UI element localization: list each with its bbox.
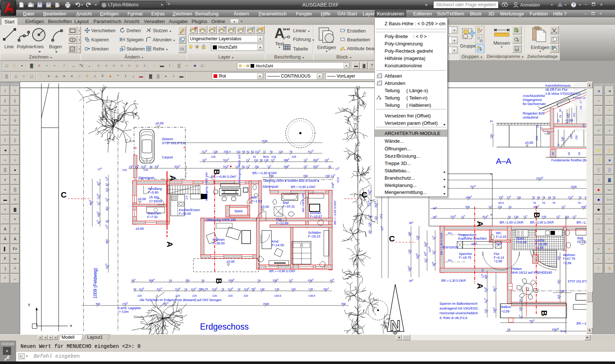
svg-text:365: 365: [131, 278, 135, 282]
svg-text:585: 585: [251, 287, 255, 291]
svg-text:126: 126: [105, 177, 108, 181]
svg-text:475: 475: [542, 215, 547, 218]
svg-text:3385: 3385: [273, 278, 278, 282]
svg-text:2m: 2m: [448, 232, 452, 235]
svg-text:220: 220: [144, 168, 148, 172]
svg-text:d. Rohr d=46,3*2,6: d. Rohr d=46,3*2,6: [440, 316, 467, 320]
svg-text:220: 220: [175, 294, 180, 297]
svg-text:4965: 4965: [89, 200, 92, 206]
svg-text:BR.=~0,90 ü.OKF: BR.=~0,90 ü.OKF: [291, 185, 316, 189]
svg-text:17,93/28: 17,93/28: [149, 199, 162, 203]
svg-text:245: 245: [129, 165, 133, 168]
svg-text:635: 635: [155, 165, 159, 168]
svg-text:30: 30: [105, 220, 108, 223]
svg-text:Fundamente frostfrei (Best: Fundamente frostfrei (Best: [551, 158, 586, 162]
svg-text:76: 76: [542, 201, 545, 204]
svg-text:400: 400: [105, 239, 108, 244]
svg-text:76: 76: [532, 196, 535, 199]
svg-text:Abfangung >HEB 180: Abfangung >HEB 180: [205, 218, 236, 222]
svg-text:30: 30: [328, 165, 331, 168]
svg-text:1135: 1135: [138, 287, 144, 291]
svg-text:1865: 1865: [407, 266, 411, 272]
svg-text:113: 113: [562, 205, 566, 209]
svg-text:7675: 7675: [470, 185, 476, 188]
svg-text:49: 49: [537, 196, 540, 199]
svg-text:BR.=-1,30 0.OKR: BR.=-1,30 0.OKR: [441, 279, 466, 282]
svg-text:30: 30: [105, 183, 108, 186]
svg-text:220: 220: [137, 294, 142, 297]
svg-text:400: 400: [303, 174, 308, 177]
svg-text:F=10.2: F=10.2: [577, 240, 586, 244]
svg-text:113: 113: [289, 278, 293, 282]
svg-text:F=1.53: F=1.53: [252, 199, 262, 203]
svg-text:24: 24: [258, 279, 260, 282]
svg-text:30: 30: [242, 165, 245, 168]
svg-text:1825: 1825: [323, 287, 329, 291]
svg-text:4389: 4389: [581, 205, 586, 209]
svg-text:24: 24: [481, 269, 484, 272]
svg-text:n.amtl. Lageplan: n.amtl. Lageplan: [118, 306, 141, 310]
svg-text:Kochen/Essen: Kochen/Essen: [179, 208, 200, 212]
svg-text:24: 24: [508, 205, 511, 209]
svg-text:n: n: [379, 97, 381, 101]
svg-text:635: 635: [499, 195, 503, 199]
svg-text:220: 220: [122, 168, 127, 172]
svg-text:3115: 3115: [156, 287, 162, 291]
svg-text:76: 76: [552, 201, 555, 204]
svg-text:425: 425: [202, 158, 206, 162]
svg-text:ST37 101,6*3,6: ST37 101,6*3,6: [162, 141, 185, 145]
svg-text:2,0: 2,0: [185, 196, 188, 199]
svg-text:F=14.00: F=14.00: [272, 243, 284, 247]
svg-text:2m: 2m: [448, 259, 452, 262]
svg-text:B: B: [212, 169, 221, 175]
svg-text:A: A: [168, 175, 177, 181]
svg-text:500: 500: [341, 302, 346, 305]
svg-text:129: 129: [331, 174, 335, 177]
svg-text:425: 425: [96, 220, 100, 224]
svg-text:Carport: Carport: [162, 155, 173, 159]
svg-text:±0,00: ±0,00: [138, 197, 146, 201]
svg-text:30: 30: [201, 279, 204, 282]
svg-text:76: 76: [289, 150, 292, 153]
svg-text:F=6.14: F=6.14: [494, 256, 504, 259]
svg-text:Kind: Kind: [272, 240, 278, 243]
svg-text:126: 126: [211, 155, 216, 158]
svg-text:30: 30: [149, 165, 152, 168]
svg-text:4175: 4175: [308, 150, 314, 153]
svg-text:138.5: 138.5: [274, 294, 281, 297]
svg-text:WC: WC: [252, 196, 257, 199]
svg-text:umlaufend: umlaufend: [523, 116, 538, 119]
svg-text:15 Stg.: 15 Stg.: [149, 195, 160, 199]
svg-text:74: 74: [184, 288, 187, 291]
svg-text:1435: 1435: [492, 307, 496, 313]
svg-text:Speicher: Speicher: [459, 252, 472, 256]
svg-text:30: 30: [260, 158, 263, 162]
svg-text:220: 220: [244, 294, 248, 297]
svg-text:A: A: [475, 221, 485, 227]
svg-text:1536: 1536: [262, 139, 268, 143]
svg-text:für Dachversatz: für Dachversatz: [523, 102, 546, 106]
svg-text:10635: 10635: [552, 327, 559, 331]
svg-text:BR.=1,00 U.OKR: BR.=1,00 U.OKR: [500, 221, 523, 224]
svg-text:F=18.13: F=18.13: [308, 234, 320, 238]
svg-text:×: ×: [70, 323, 73, 329]
svg-text:Bad: Bad: [577, 236, 583, 240]
svg-text:389: 389: [431, 262, 435, 266]
svg-text:Wohnen: Wohnen: [563, 253, 575, 257]
svg-text:151: 151: [379, 214, 383, 219]
svg-text:+2,69: +2,69: [494, 259, 502, 263]
svg-text:1135: 1135: [227, 287, 233, 291]
svg-text:WC: WC: [496, 231, 501, 235]
svg-text:400: 400: [96, 302, 100, 305]
svg-text:F=18.79: F=18.79: [459, 256, 471, 259]
svg-text:1009 (Feldweg): 1009 (Feldweg): [93, 268, 98, 299]
svg-text:126: 126: [408, 249, 411, 254]
svg-text:426: 426: [423, 252, 427, 256]
svg-text:124: 124: [278, 150, 283, 153]
svg-text:245: 245: [561, 137, 564, 142]
svg-text:Kopfhöhe beachten: Kopfhöhe beachten: [458, 237, 487, 240]
svg-text:Balkon: Balkon: [501, 305, 511, 309]
svg-text:126: 126: [292, 155, 296, 158]
svg-text:±0,00: ±0,00: [226, 260, 234, 263]
svg-text:6385: 6385: [229, 278, 234, 282]
